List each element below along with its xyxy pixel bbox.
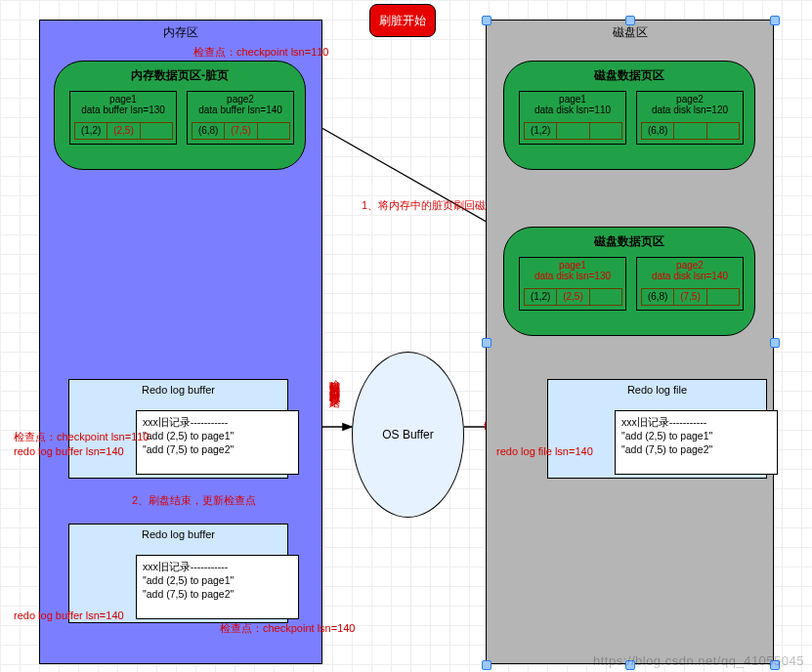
mem-page2-slots: (6,8) (7,5) — [192, 122, 289, 140]
mem-page1: page1 data buffer lsn=130 (1,2) (2,5) — [69, 91, 177, 145]
slot: (6,8) — [192, 122, 225, 140]
selection-handle-icon — [482, 660, 491, 670]
slot: (7,5) — [673, 288, 706, 306]
card-line: "add (2,5) to page1" — [143, 429, 292, 442]
page-name: page2 — [637, 94, 743, 105]
dirty-pages-group: 内存数据页区-脏页 page1 data buffer lsn=130 (1,2… — [54, 61, 306, 170]
redo-buffer-1-card: xxx旧记录----------- "add (2,5) to page1" "… — [136, 410, 299, 475]
card-line: "add (2,5) to page1" — [621, 429, 771, 442]
slot — [706, 288, 740, 306]
disk-before-page2: page2 data disk lsn=120 (6,8) — [636, 91, 744, 145]
slots: (6,8) (7,5) — [641, 288, 739, 306]
slot: (1,2) — [524, 122, 557, 140]
mem-page2-name: page2 — [188, 94, 293, 105]
redo-buffer-2-title: Redo log buffer — [69, 528, 287, 540]
os-buffer-label: OS Buffer — [382, 428, 433, 441]
slots: (6,8) — [641, 122, 739, 140]
slots: (1,2) — [524, 122, 621, 140]
slots: (1,2) (2,5) — [524, 288, 621, 306]
redo1-buf-label: redo log buffer lsn=140 — [14, 445, 124, 457]
slot — [706, 122, 740, 140]
disk-pages-after-title: 磁盘数据页区 — [504, 233, 754, 250]
selection-handle-icon — [482, 338, 491, 348]
mem-page1-name: page1 — [70, 94, 176, 105]
card-line: xxx旧记录----------- — [143, 560, 292, 573]
start-badge-label: 刷脏开始 — [379, 13, 426, 29]
card-line: xxx旧记录----------- — [143, 415, 292, 429]
slot — [140, 122, 173, 140]
mem-page1-lsn: data buffer lsn=130 — [70, 105, 176, 115]
disk-pages-before-title: 磁盘数据页区 — [504, 67, 754, 84]
page-lsn: data disk lsn=110 — [520, 105, 625, 115]
page-lsn: data disk lsn=120 — [637, 105, 743, 115]
mem-to-disk-label: 1、将内存中的脏页刷回磁盘 — [362, 198, 496, 213]
redo2-left-label: redo log buffer lsn=140 — [14, 609, 124, 621]
slot: (6,8) — [641, 288, 674, 306]
card-line: "add (7,5) to page2" — [143, 442, 292, 456]
redo-log-file-title: Redo log file — [548, 384, 766, 396]
mem-page1-slots: (1,2) (2,5) — [74, 122, 172, 140]
page-name: page1 — [520, 94, 625, 105]
disk-region-title: 磁盘区 — [487, 24, 773, 41]
step2-label: 2、刷盘结束，更新检查点 — [132, 493, 256, 508]
slot: (6,8) — [641, 122, 674, 140]
slot: (2,5) — [107, 122, 140, 140]
slot — [673, 122, 706, 140]
os-buffer: OS Buffer — [352, 352, 464, 518]
slot — [257, 122, 290, 140]
disk-pages-after: 磁盘数据页区 page1 data disk lsn=130 (1,2) (2,… — [503, 227, 755, 336]
disk-after-page1: page1 data disk lsn=130 (1,2) (2,5) — [519, 257, 626, 311]
slot: (2,5) — [556, 288, 589, 306]
slot: (7,5) — [224, 122, 257, 140]
disk-before-page1: page1 data disk lsn=110 (1,2) — [519, 91, 626, 145]
slot — [589, 122, 622, 140]
card-line: xxx旧记录----------- — [621, 415, 771, 429]
page-lsn: data disk lsn=130 — [520, 271, 625, 281]
slot: (1,2) — [74, 122, 107, 140]
flush-timing-label: 啥时候刷日记到磁盘由刷盘时机参数决定 — [327, 371, 345, 557]
slot — [589, 288, 622, 306]
mem-page2-lsn: data buffer lsn=140 — [188, 105, 293, 115]
redo2-right-label: 检查点：checkpoint lsn=140 — [220, 621, 355, 636]
disk-after-page2: page2 data disk lsn=140 (6,8) (7,5) — [636, 257, 744, 311]
card-line: "add (2,5) to page1" — [143, 573, 292, 587]
disk-pages-before: 磁盘数据页区 page1 data disk lsn=110 (1,2) pag… — [503, 61, 755, 170]
selection-handle-icon — [770, 338, 780, 348]
page-name: page1 — [520, 260, 625, 271]
card-line: "add (7,5) to page2" — [143, 587, 292, 601]
dirty-pages-title: 内存数据页区-脏页 — [55, 67, 305, 84]
slot — [556, 122, 589, 140]
page-name: page2 — [637, 260, 743, 271]
slot: (1,2) — [524, 288, 557, 306]
redo-file-lsn-label: redo log file lsn=140 — [496, 445, 593, 457]
redo-log-file-card: xxx旧记录----------- "add (2,5) to page1" "… — [615, 410, 778, 475]
selection-handle-icon — [482, 16, 491, 25]
selection-handle-icon — [770, 16, 780, 25]
card-line: "add (7,5) to page2" — [621, 442, 771, 456]
redo-buffer-2-card: xxx旧记录----------- "add (2,5) to page1" "… — [136, 555, 299, 619]
redo1-cp-label: 检查点：checkpoint lsn=110 — [14, 430, 149, 444]
watermark: https://blog.csdn.net/qq_41055045 — [593, 653, 804, 668]
memory-region-title: 内存区 — [40, 24, 321, 41]
mem-page2: page2 data buffer lsn=140 (6,8) (7,5) — [187, 91, 294, 145]
flush-timing-text: 啥时候刷日记到磁盘由刷盘时机参数决定 — [327, 371, 342, 389]
redo-buffer-1-title: Redo log buffer — [69, 384, 287, 396]
selection-handle-icon — [625, 16, 635, 25]
page-lsn: data disk lsn=140 — [637, 271, 743, 281]
start-badge: 刷脏开始 — [369, 4, 436, 37]
memory-checkpoint-label: 检查点：checkpoint lsn=110 — [193, 45, 328, 60]
